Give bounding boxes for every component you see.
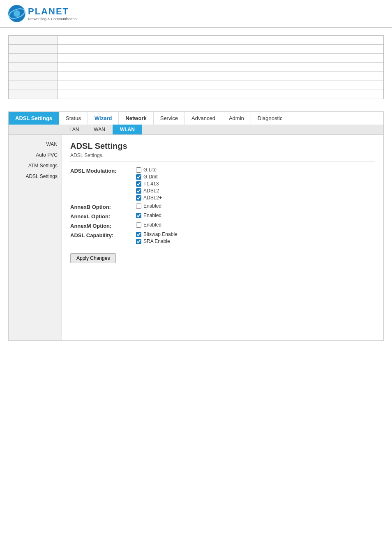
tab-adsl-settings[interactable]: ADSL Settings bbox=[9, 112, 59, 125]
adsl2plus-checkbox[interactable] bbox=[136, 195, 141, 201]
info-table bbox=[8, 35, 384, 99]
sra-enable-option[interactable]: SRA Enable bbox=[136, 238, 178, 244]
adsl-modulation-section: ADSL Modulation: G.Lite G.Dmt T1.413 bbox=[70, 167, 375, 263]
annexm-enabled-label: Enabled bbox=[143, 222, 161, 228]
adsl2plus-label: ADSL2+ bbox=[143, 195, 162, 201]
page-content: ADSL Settings ADSL Settings. ADSL Modula… bbox=[62, 135, 383, 340]
sidebar-item-adsl-settings[interactable]: ADSL Settings bbox=[9, 171, 62, 182]
page-title: ADSL Settings bbox=[70, 141, 375, 151]
annexb-controls: Enabled bbox=[136, 203, 161, 209]
sub-tab-lan[interactable]: LAN bbox=[62, 125, 86, 134]
tab-wizard[interactable]: Wizard bbox=[88, 112, 119, 125]
logo-icon bbox=[8, 5, 25, 22]
adsl2-label: ADSL2 bbox=[143, 188, 159, 194]
annexl-controls: Enabled bbox=[136, 213, 161, 218]
nav-bar: ADSL Settings Status Wizard Network Serv… bbox=[9, 112, 383, 125]
annexm-enabled-checkbox[interactable] bbox=[136, 222, 141, 228]
tab-status[interactable]: Status bbox=[59, 112, 88, 125]
g-dmt-option[interactable]: G.Dmt bbox=[136, 174, 162, 180]
adsl2-checkbox[interactable] bbox=[136, 188, 141, 194]
brand-sub: Networking & Communication bbox=[28, 17, 77, 21]
main-container: ADSL Settings Status Wizard Network Serv… bbox=[8, 111, 384, 341]
bitswap-enable-label: Bitswap Enable bbox=[143, 231, 178, 237]
sra-enable-checkbox[interactable] bbox=[136, 239, 141, 244]
annexb-enabled-checkbox[interactable] bbox=[136, 204, 141, 209]
tab-admin[interactable]: Admin bbox=[222, 112, 251, 125]
annexl-label: AnnexL Option: bbox=[70, 213, 136, 220]
sub-tab-wlan[interactable]: WLAN bbox=[113, 125, 142, 134]
g-lite-checkbox[interactable] bbox=[136, 167, 141, 173]
brand-name: PLANET bbox=[28, 6, 77, 17]
annexb-enabled-label: Enabled bbox=[143, 203, 161, 209]
annexl-enabled-checkbox[interactable] bbox=[136, 213, 141, 218]
header: PLANET Networking & Communication bbox=[0, 0, 392, 28]
t1-413-checkbox[interactable] bbox=[136, 181, 141, 187]
adsl2-option[interactable]: ADSL2 bbox=[136, 188, 162, 194]
annexb-row: AnnexB Option: Enabled bbox=[70, 203, 375, 210]
page-subtitle: ADSL Settings. bbox=[70, 153, 375, 162]
tab-diagnostic[interactable]: Diagnostic bbox=[251, 112, 290, 125]
annexl-enabled-option[interactable]: Enabled bbox=[136, 213, 161, 218]
adsl-modulation-label: ADSL Modulation: bbox=[70, 167, 136, 174]
tab-service[interactable]: Service bbox=[154, 112, 185, 125]
annexm-controls: Enabled bbox=[136, 222, 161, 228]
adsl-modulation-controls: G.Lite G.Dmt T1.413 ADSL2 bbox=[136, 167, 162, 201]
annexl-row: AnnexL Option: Enabled bbox=[70, 213, 375, 220]
adsl-modulation-row: ADSL Modulation: G.Lite G.Dmt T1.413 bbox=[70, 167, 375, 201]
apply-changes-button[interactable]: Apply Changes bbox=[70, 253, 116, 263]
sub-nav: LAN WAN WLAN bbox=[9, 125, 383, 135]
annexm-enabled-option[interactable]: Enabled bbox=[136, 222, 161, 228]
g-dmt-checkbox[interactable] bbox=[136, 174, 141, 180]
sidebar-item-auto-pvc[interactable]: Auto PVC bbox=[9, 150, 62, 160]
svg-point-2 bbox=[14, 10, 20, 17]
content-layout: WAN Auto PVC ATM Settings ADSL Settings … bbox=[9, 135, 383, 340]
sidebar-item-atm-settings[interactable]: ATM Settings bbox=[9, 160, 62, 171]
adsl2plus-option[interactable]: ADSL2+ bbox=[136, 195, 162, 201]
tab-advanced[interactable]: Advanced bbox=[185, 112, 222, 125]
g-lite-label: G.Lite bbox=[143, 167, 157, 173]
annexm-row: AnnexM Option: Enabled bbox=[70, 222, 375, 229]
t1-413-option[interactable]: T1.413 bbox=[136, 181, 162, 187]
annexb-label: AnnexB Option: bbox=[70, 203, 136, 210]
annexb-enabled-option[interactable]: Enabled bbox=[136, 203, 161, 209]
sub-tab-wan[interactable]: WAN bbox=[86, 125, 113, 134]
t1-413-label: T1.413 bbox=[143, 181, 159, 187]
tab-network[interactable]: Network bbox=[119, 112, 153, 125]
sra-enable-label: SRA Enable bbox=[143, 238, 170, 244]
g-lite-option[interactable]: G.Lite bbox=[136, 167, 162, 173]
bitswap-enable-option[interactable]: Bitswap Enable bbox=[136, 231, 178, 237]
adsl-capability-label: ADSL Capability: bbox=[70, 231, 136, 238]
g-dmt-label: G.Dmt bbox=[143, 174, 158, 180]
sidebar: WAN Auto PVC ATM Settings ADSL Settings bbox=[9, 135, 62, 340]
annexl-enabled-label: Enabled bbox=[143, 213, 161, 218]
adsl-capability-controls: Bitswap Enable SRA Enable bbox=[136, 231, 178, 244]
logo: PLANET Networking & Communication bbox=[8, 5, 384, 22]
sidebar-item-wan[interactable]: WAN bbox=[9, 139, 62, 150]
adsl-capability-row: ADSL Capability: Bitswap Enable SRA Enab… bbox=[70, 231, 375, 244]
annexm-label: AnnexM Option: bbox=[70, 222, 136, 229]
bitswap-enable-checkbox[interactable] bbox=[136, 232, 141, 237]
